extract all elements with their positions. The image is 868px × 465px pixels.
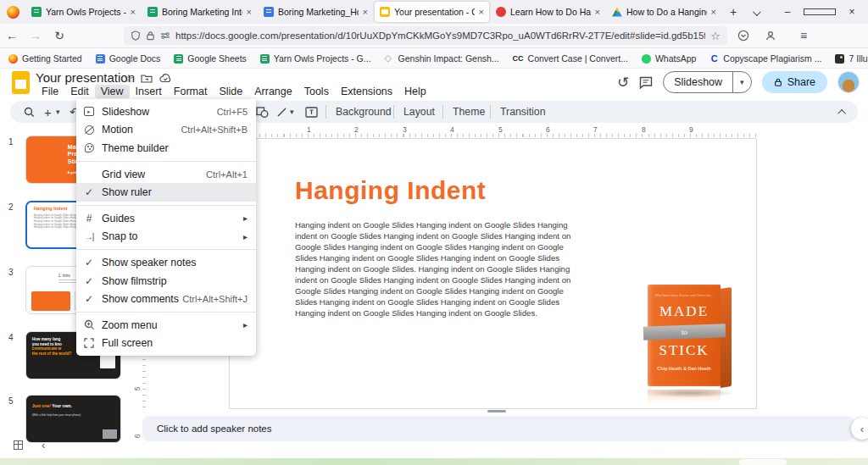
- menu-item-motion[interactable]: Motion Ctrl+Alt+Shift+B: [76, 121, 256, 140]
- minimize-button[interactable]: –: [771, 0, 804, 24]
- menu-insert[interactable]: Insert: [130, 85, 168, 98]
- avatar[interactable]: [837, 71, 860, 93]
- url-bar[interactable]: https://docs.google.com/presentation/d/1…: [124, 26, 727, 45]
- slides-app-icon[interactable]: [12, 71, 30, 94]
- notes-collapse-button[interactable]: ‹: [851, 418, 868, 440]
- layout-button[interactable]: Layout: [403, 101, 435, 123]
- tab-boring-marketing-internal[interactable]: Boring Marketing Internal - ×: [142, 2, 257, 22]
- comments-icon[interactable]: [639, 76, 653, 89]
- menu-item-guides[interactable]: # Guides ▸: [76, 209, 256, 228]
- slide-page[interactable]: Hanging Indent Hanging indent on Google …: [229, 138, 757, 409]
- menu-item-full-screen[interactable]: Full screen: [76, 335, 256, 353]
- slide-body-text[interactable]: Hanging indent on Google Slides Hanging …: [295, 219, 570, 318]
- zoom-menu-icon: [76, 319, 102, 330]
- menu-item-show-filmstrip[interactable]: ✓ Show filmstrip: [76, 272, 256, 291]
- menu-tools[interactable]: Tools: [298, 85, 335, 98]
- add-slide-button[interactable]: +: [44, 101, 52, 123]
- menu-item-snap-to[interactable]: →| Snap to ▸: [76, 228, 256, 246]
- tab-yarn-owls[interactable]: Yarn Owls Projects - Google ×: [26, 2, 141, 22]
- star-icon[interactable]: ☆: [124, 72, 134, 85]
- shield-icon[interactable]: [131, 30, 141, 41]
- collapse-toolbar-button[interactable]: [840, 101, 846, 123]
- restore-button[interactable]: [804, 0, 836, 24]
- ruler-number: 6: [133, 435, 142, 439]
- tab-title: Learn How to Do Hanging I: [510, 7, 591, 17]
- bookmark-convert-case[interactable]: CCConvert Case | Convert...: [513, 53, 628, 64]
- search-menus-button[interactable]: [24, 101, 35, 123]
- close-icon[interactable]: ×: [247, 7, 252, 17]
- tracking-protection-icon[interactable]: [160, 31, 170, 40]
- tab-learn-hanging-indent[interactable]: Learn How to Do Hanging I ×: [491, 2, 605, 22]
- account-icon[interactable]: [765, 29, 788, 42]
- book-image[interactable]: Why Some Ideas Survive and Others Die...…: [641, 283, 743, 408]
- bookmark-star-icon[interactable]: ☆: [710, 30, 721, 42]
- lock-icon[interactable]: [146, 30, 155, 41]
- firefox-button[interactable]: [0, 6, 25, 19]
- menu-edit[interactable]: Edit: [64, 85, 95, 98]
- slideshow-dropdown[interactable]: ▾: [732, 72, 751, 92]
- close-icon[interactable]: ×: [711, 7, 716, 17]
- url-text[interactable]: https://docs.google.com/presentation/d/1…: [175, 30, 705, 41]
- document-title[interactable]: Your presentation: [36, 70, 135, 85]
- bookmark-whatsapp[interactable]: WhatsApp: [642, 53, 696, 64]
- menu-item-show-speaker-notes[interactable]: ✓ Show speaker notes: [76, 253, 256, 272]
- bookmark-genshin[interactable]: Genshin Impact: Gensh...: [385, 53, 499, 64]
- menu-view[interactable]: View: [95, 85, 130, 98]
- menu-item-grid-view[interactable]: Grid view Ctrl+Alt+1: [76, 165, 256, 184]
- share-button[interactable]: Share: [762, 71, 827, 93]
- back-button[interactable]: ←: [0, 29, 24, 42]
- text-box-button[interactable]: [305, 101, 318, 123]
- bookmark-yarn-owls[interactable]: Yarn Owls Projects - G...: [260, 53, 371, 64]
- menu-item-show-ruler[interactable]: ✓ Show ruler: [76, 183, 256, 202]
- theme-button[interactable]: Theme: [453, 101, 485, 123]
- transition-button[interactable]: Transition: [500, 101, 546, 123]
- add-slide-dropdown[interactable]: ▾: [56, 101, 60, 123]
- bookmark-google-sheets[interactable]: Google Sheets: [174, 53, 246, 64]
- new-tab-button[interactable]: +: [722, 5, 744, 19]
- forward-button[interactable]: →: [24, 29, 47, 42]
- grid-view-icon[interactable]: [14, 440, 23, 450]
- version-history-icon[interactable]: ↺: [617, 74, 629, 91]
- bookmark-illustrated-novels[interactable]: 7 Illustrated Novels fo...: [835, 53, 868, 64]
- close-icon[interactable]: ×: [131, 7, 136, 17]
- move-folder-icon[interactable]: [141, 74, 153, 83]
- tab-how-to-hanging-indent[interactable]: How to Do a Hanging Inde ×: [607, 2, 721, 22]
- bookmark-copyscape[interactable]: CCopyscape Plagiarism ...: [709, 53, 821, 64]
- slide-title[interactable]: Hanging Indent: [295, 176, 486, 205]
- ruler-number: 6: [546, 125, 550, 134]
- bookmark-getting-started[interactable]: Getting Started: [8, 53, 82, 64]
- submenu-arrow-icon: ▸: [243, 320, 248, 329]
- body-line: Hanging indent on Google Slides Hanging …: [295, 307, 570, 318]
- menu-file[interactable]: File: [36, 85, 64, 98]
- close-icon[interactable]: ×: [595, 7, 600, 17]
- bookmark-google-docs[interactable]: Google Docs: [96, 53, 161, 64]
- tab-your-presentation[interactable]: Your presentation - Google ×: [375, 2, 489, 22]
- tab-boring-marketing-howto[interactable]: Boring Marketing_How To D ×: [259, 2, 373, 22]
- close-icon[interactable]: ×: [363, 7, 368, 17]
- menu-extensions[interactable]: Extensions: [335, 85, 398, 98]
- menu-item-show-comments[interactable]: ✓ Show comments Ctrl+Alt+Shift+J: [76, 290, 256, 308]
- menu-format[interactable]: Format: [168, 85, 214, 98]
- pocket-icon[interactable]: [737, 29, 761, 42]
- menu-item-theme-builder[interactable]: Theme builder: [76, 139, 256, 158]
- notes-resize-handle[interactable]: [487, 410, 506, 412]
- close-window-button[interactable]: ×: [836, 0, 868, 24]
- menu-item-zoom-menu[interactable]: Zoom menu ▸: [76, 316, 256, 335]
- menu-help[interactable]: Help: [398, 85, 432, 98]
- collapse-filmstrip-icon[interactable]: ‹: [42, 439, 45, 451]
- shape-tool-button[interactable]: [256, 101, 269, 123]
- slideshow-button[interactable]: Slideshow ▾: [663, 71, 752, 93]
- speaker-notes-input[interactable]: Click to add speaker notes: [142, 416, 854, 441]
- hamburger-menu-icon[interactable]: ≡: [792, 29, 815, 42]
- tab-list-button[interactable]: [744, 5, 766, 19]
- cloud-saved-icon[interactable]: [159, 74, 172, 83]
- menu-item-slideshow[interactable]: ▸ Slideshow Ctrl+F5: [76, 102, 256, 121]
- background-button[interactable]: Background: [336, 101, 392, 123]
- line-tool-dropdown[interactable]: ▾: [290, 101, 294, 123]
- motion-icon: [76, 125, 102, 135]
- reload-button[interactable]: ↻: [47, 29, 71, 42]
- menu-slide[interactable]: Slide: [213, 85, 248, 98]
- menu-arrange[interactable]: Arrange: [248, 85, 298, 98]
- close-icon[interactable]: ×: [479, 7, 484, 17]
- line-tool-button[interactable]: [276, 101, 287, 123]
